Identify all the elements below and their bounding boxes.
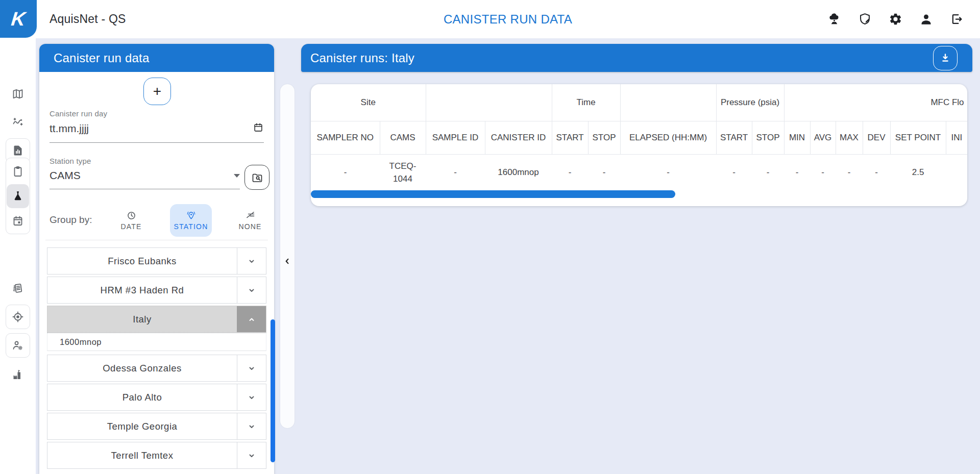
expand-button[interactable] (237, 277, 266, 303)
table-horizontal-scrollbar[interactable] (311, 190, 675, 198)
col-sampler-no: SAMPLER NO (311, 121, 380, 154)
cell-min: - (784, 154, 810, 191)
canister-run-day-input[interactable] (50, 122, 203, 135)
canister-runs-table: Site Time Pressure (psia) MFC Flo SAMPLE… (311, 84, 967, 191)
chevron-down-icon (234, 174, 240, 178)
location-target-icon[interactable] (6, 305, 30, 329)
clock-icon (126, 210, 137, 221)
station-type-value: CAMS (50, 169, 81, 182)
station-row-terrell-temtex[interactable]: Terrell Temtex (47, 442, 266, 469)
cell-sampler-no: - (311, 154, 380, 191)
logout-icon[interactable] (941, 4, 972, 35)
cell-set-point: 2.5 (890, 154, 946, 191)
flask-icon[interactable] (7, 184, 29, 208)
group-header-blank-2 (620, 84, 716, 121)
table-row[interactable]: - TCEQ-1044 - 1600mnop - - - - - - - - -… (311, 154, 967, 191)
collapse-button[interactable] (237, 306, 266, 332)
settings-icon[interactable] (880, 4, 911, 35)
top-bar: K AquisNet - QS CANISTER RUN DATA (0, 0, 980, 38)
download-button[interactable] (933, 46, 958, 70)
cell-time-stop: - (588, 154, 620, 191)
col-dev: DEV (863, 121, 890, 154)
canister-item-1600mnop[interactable]: 1600mnop (47, 333, 266, 351)
col-time-start: START (552, 121, 588, 154)
col-elapsed: ELAPSED (HH:MM) (620, 121, 716, 154)
canister-runs-header: Canister runs: Italy (301, 44, 972, 72)
col-initial-clipped: INI (946, 121, 967, 154)
panel-collapse-handle[interactable] (280, 84, 295, 428)
group-header-pressure: Pressure (psia) (716, 84, 784, 121)
station-name: Odessa Gonzales (47, 355, 237, 381)
app-root: K AquisNet - QS CANISTER RUN DATA (0, 0, 980, 474)
date-picker-icon[interactable] (253, 122, 264, 135)
canister-run-day-field: Canister run day (50, 109, 264, 143)
station-row-temple-georgia[interactable]: Temple Georgia (47, 413, 266, 440)
group-by-station-button[interactable]: STATION (170, 204, 212, 237)
clipboard-icon[interactable] (7, 159, 29, 183)
col-min: MIN (784, 121, 810, 154)
app-logo[interactable]: K (0, 0, 37, 38)
trending-icon[interactable] (12, 116, 24, 128)
user-settings-icon[interactable] (6, 333, 30, 358)
station-list-scrollbar[interactable] (271, 319, 275, 462)
chevron-left-icon (282, 256, 293, 267)
app-title: AquisNet - QS (50, 0, 126, 38)
cell-time-start: - (552, 154, 588, 191)
plus-icon: + (153, 83, 161, 99)
col-pressure-start: START (716, 121, 752, 154)
cell-sample-id: - (426, 154, 485, 191)
expand-button[interactable] (237, 248, 266, 274)
expand-button[interactable] (237, 355, 266, 381)
station-row-italy[interactable]: Italy (47, 306, 266, 333)
station-list: Frisco Eubanks HRM #3 Haden Rd Italy 160… (47, 247, 266, 474)
map-icon[interactable] (12, 88, 24, 100)
station-name: Frisco Eubanks (47, 248, 237, 274)
left-rail (0, 38, 36, 474)
add-run-button[interactable]: + (143, 78, 171, 105)
cell-initial-clipped (946, 154, 967, 191)
expand-button[interactable] (237, 442, 266, 468)
folder-search-icon (251, 171, 263, 184)
station-type-field: Station type CAMS (50, 157, 240, 189)
cell-pressure-start: - (716, 154, 752, 191)
group-by-date-label: DATE (120, 222, 141, 231)
station-row-hrm-3-haden-rd[interactable]: HRM #3 Haden Rd (47, 277, 266, 304)
station-name: Palo Alto (47, 384, 237, 410)
chevron-down-icon (246, 284, 258, 296)
group-by-row: Group by: DATE STATION NONE (50, 204, 264, 237)
topbar-actions (819, 0, 972, 38)
castle-icon[interactable] (12, 368, 24, 381)
station-type-select[interactable]: CAMS (50, 169, 240, 189)
cell-max: - (836, 154, 863, 191)
plant-icon[interactable] (819, 4, 849, 35)
records-icon[interactable] (12, 282, 24, 294)
cell-dev: - (863, 154, 890, 191)
station-row-palo-alto[interactable]: Palo Alto (47, 384, 266, 411)
calendar-icon[interactable] (7, 209, 29, 233)
col-time-stop: STOP (588, 121, 620, 154)
cell-avg: - (810, 154, 836, 191)
group-by-none-button[interactable]: NONE (229, 204, 271, 237)
station-type-label: Station type (50, 157, 240, 165)
account-icon[interactable] (911, 4, 941, 35)
station-search-button[interactable] (244, 165, 270, 190)
col-max: MAX (836, 121, 863, 154)
station-row-frisco-eubanks[interactable]: Frisco Eubanks (47, 247, 266, 275)
col-canister-id: CANISTER ID (485, 121, 552, 154)
cell-canister-id: 1600mnop (485, 154, 552, 191)
canister-run-data-panel: Canister run data + Canister run day Sta… (39, 44, 274, 474)
shield-edit-icon[interactable] (849, 4, 880, 35)
canister-runs-table-card: Site Time Pressure (psia) MFC Flo SAMPLE… (311, 84, 967, 206)
expand-button[interactable] (237, 384, 266, 410)
station-name: Temple Georgia (47, 413, 237, 439)
canister-runs-title: Canister runs: Italy (310, 51, 414, 65)
col-avg: AVG (810, 121, 836, 154)
cell-cams: TCEQ-1044 (380, 154, 426, 191)
left-panel-title: Canister run data (39, 44, 274, 72)
expand-button[interactable] (237, 413, 266, 439)
chevron-up-icon (246, 313, 258, 326)
canister-run-day-label: Canister run day (50, 109, 264, 118)
group-by-date-button[interactable]: DATE (110, 204, 152, 237)
location-pin-icon (186, 210, 197, 221)
station-row-odessa-gonzales[interactable]: Odessa Gonzales (47, 355, 266, 382)
